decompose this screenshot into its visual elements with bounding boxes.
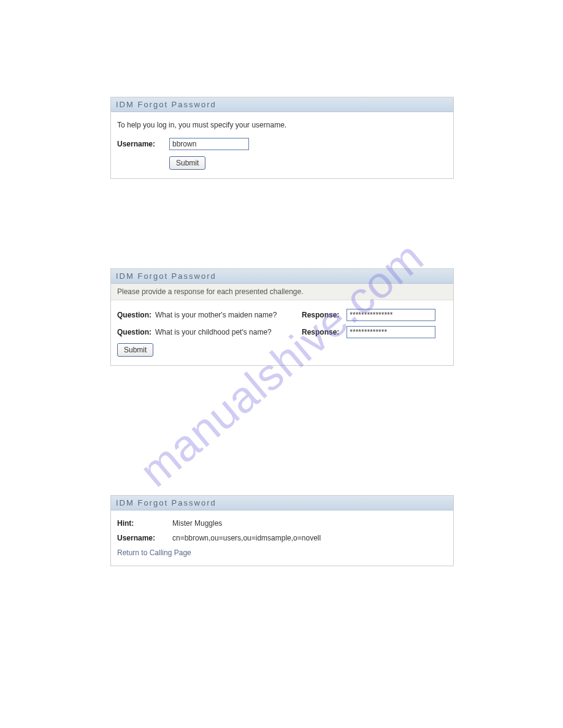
submit-button[interactable]: Submit — [117, 343, 153, 357]
username-label: Username: — [117, 140, 163, 148]
panel-title: IDM Forgot Password — [111, 496, 453, 510]
response-input[interactable] — [347, 309, 435, 321]
hint-label: Hint: — [117, 519, 172, 528]
response-label: Response: — [302, 328, 339, 336]
response-input[interactable] — [347, 326, 435, 338]
submit-row: Submit — [169, 156, 447, 170]
username-label: Username: — [117, 534, 172, 542]
submit-button[interactable]: Submit — [169, 156, 205, 170]
question-text: What is your childhood pet's name? — [155, 328, 293, 336]
panel-body: To help you log in, you must specify you… — [111, 112, 453, 178]
forgot-password-panel-username: IDM Forgot Password To help you log in, … — [110, 97, 454, 179]
submit-row: Submit — [117, 343, 447, 357]
forgot-password-panel-challenges: IDM Forgot Password Please provide a res… — [110, 268, 454, 366]
hint-row: Hint: Mister Muggles — [117, 519, 447, 528]
forgot-password-panel-result: IDM Forgot Password Hint: Mister Muggles… — [110, 495, 454, 566]
question-label: Question: — [117, 328, 151, 336]
panel-title: IDM Forgot Password — [111, 97, 453, 112]
return-link[interactable]: Return to Calling Page — [117, 548, 447, 557]
panel-title: IDM Forgot Password — [111, 269, 453, 284]
username-row: Username: — [117, 138, 447, 150]
help-text: To help you log in, you must specify you… — [117, 121, 447, 129]
question-label: Question: — [117, 311, 151, 319]
question-text: What is your mother's maiden name? — [155, 311, 293, 319]
challenge-row: Question: What is your childhood pet's n… — [117, 326, 447, 338]
panel-body: Question: What is your mother's maiden n… — [111, 300, 453, 365]
username-input[interactable] — [169, 138, 249, 150]
panel-subheader: Please provide a response for each prese… — [111, 284, 453, 300]
challenge-row: Question: What is your mother's maiden n… — [117, 309, 447, 321]
panel-body: Hint: Mister Muggles Username: cn=bbrown… — [111, 510, 453, 566]
username-row: Username: cn=bbrown,ou=users,ou=idmsampl… — [117, 534, 447, 542]
hint-value: Mister Muggles — [172, 519, 222, 528]
response-label: Response: — [302, 311, 339, 319]
username-value: cn=bbrown,ou=users,ou=idmsample,o=novell — [172, 534, 321, 542]
